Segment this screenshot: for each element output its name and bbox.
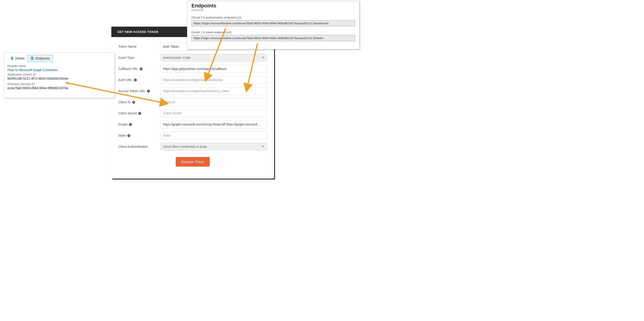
stage: GET NEW ACCESS TOKEN Token Name Auth Tok… bbox=[0, 0, 363, 181]
grant-type-value: Authorization Code bbox=[163, 56, 190, 60]
token-name-label: Token Name bbox=[118, 45, 160, 48]
tenant-id-label: Directory (tenant) ID bbox=[8, 82, 111, 86]
application-id-label: Application (client) ID bbox=[8, 73, 111, 76]
azure-toolbar: Delete Endpoints bbox=[8, 55, 111, 62]
chevron-down-icon bbox=[262, 57, 264, 58]
access-token-dialog: GET NEW ACCESS TOKEN Token Name Auth Tok… bbox=[111, 27, 274, 179]
display-name-link[interactable]: Flow to Microsoft Graph Connector bbox=[8, 68, 111, 72]
info-icon: i bbox=[129, 123, 132, 126]
endpoints-panel: Endpoints PREVIEW OAuth 2.0 authorizatio… bbox=[187, 1, 360, 49]
auth-url-label: Auth URL i bbox=[118, 78, 160, 82]
info-icon: i bbox=[147, 90, 150, 93]
info-icon: i bbox=[134, 79, 137, 82]
endpoints-subtitle: PREVIEW bbox=[192, 9, 355, 12]
endpoints-label: Endpoints bbox=[36, 57, 50, 60]
client-auth-select[interactable]: Send client credentials in body bbox=[160, 143, 267, 151]
row-client-secret: Client Secret i Client Secret bbox=[118, 109, 267, 117]
client-secret-label: Client Secret i bbox=[118, 111, 160, 115]
info-icon: i bbox=[132, 101, 135, 104]
row-client-id: Client ID i Client ID bbox=[118, 98, 267, 106]
info-icon: i bbox=[138, 112, 141, 115]
client-id-input[interactable]: Client ID bbox=[160, 98, 267, 106]
display-name-label: Display name bbox=[8, 64, 111, 68]
scope-label: Scope i bbox=[118, 123, 160, 126]
client-auth-label: Client Authentication bbox=[118, 145, 160, 148]
row-grant-type: Grant Type Authorization Code bbox=[118, 54, 267, 62]
grant-type-select[interactable]: Authorization Code bbox=[160, 54, 267, 62]
token-endpoint-label: OAuth 2.0 token endpoint (v2) bbox=[192, 31, 355, 34]
state-input[interactable]: State bbox=[160, 132, 267, 139]
info-icon: i bbox=[140, 67, 142, 70]
globe-icon bbox=[30, 57, 34, 60]
client-id-label: Client ID i bbox=[118, 100, 160, 104]
client-auth-value: Send client credentials in body bbox=[163, 145, 207, 148]
access-token-url-label: Access Token URL i bbox=[118, 89, 160, 93]
row-access-token-url: Access Token URL i https://example.com/l… bbox=[118, 87, 267, 95]
row-callback-url: Callback URL i https://app.getpostman.co… bbox=[118, 65, 267, 73]
azure-app-panel: Delete Endpoints Display name Flow to Mi… bbox=[4, 52, 114, 98]
row-auth-url: Auth URL i https://example.com/login/oau… bbox=[118, 76, 267, 84]
state-label: State i bbox=[118, 134, 160, 137]
row-scope: Scope i https://graph.microsoft.com/Grou… bbox=[118, 120, 267, 128]
chevron-down-icon bbox=[262, 146, 264, 147]
row-state: State i State bbox=[118, 132, 267, 139]
dialog-body: Token Name Auth Token Grant Type Authori… bbox=[111, 37, 274, 169]
callback-url-input[interactable]: https://app.getpostman.com/oauth2/callba… bbox=[160, 65, 267, 73]
auth-endpoint-value[interactable]: https://login.microsoftonline.com/ec4a76… bbox=[192, 20, 355, 27]
delete-label: Delete bbox=[15, 57, 24, 60]
info-icon: i bbox=[127, 134, 130, 137]
auth-endpoint-label: OAuth 2.0 authorization endpoint (v2) bbox=[192, 16, 355, 19]
tenant-id-value: ec4a76a0-9603-4584-994e-9f0bd62c674a bbox=[8, 86, 111, 90]
client-secret-input[interactable]: Client Secret bbox=[160, 109, 267, 117]
scope-input[interactable]: https://graph.microsoft.com/Group.Read.A… bbox=[160, 120, 267, 128]
auth-url-input[interactable]: https://example.com/login/oauth/authoriz… bbox=[160, 76, 267, 84]
delete-button[interactable]: Delete bbox=[8, 55, 27, 62]
request-token-button[interactable]: Request Token bbox=[176, 157, 210, 167]
callback-url-label: Callback URL i bbox=[118, 67, 160, 71]
application-id-value: 8e0551d8-3121-4f72-8b24-00e82b239c8e bbox=[8, 77, 111, 80]
access-token-url-input[interactable]: https://example.com/login/oauth/access_t… bbox=[160, 87, 267, 95]
row-client-auth: Client Authentication Send client creden… bbox=[118, 143, 267, 151]
grant-type-label: Grant Type bbox=[118, 56, 160, 60]
endpoints-button[interactable]: Endpoints bbox=[27, 55, 53, 62]
trash-icon bbox=[10, 57, 14, 60]
token-endpoint-value[interactable]: https://login.microsoftonline.com/ec4a76… bbox=[192, 35, 355, 41]
endpoints-title: Endpoints bbox=[192, 3, 355, 9]
